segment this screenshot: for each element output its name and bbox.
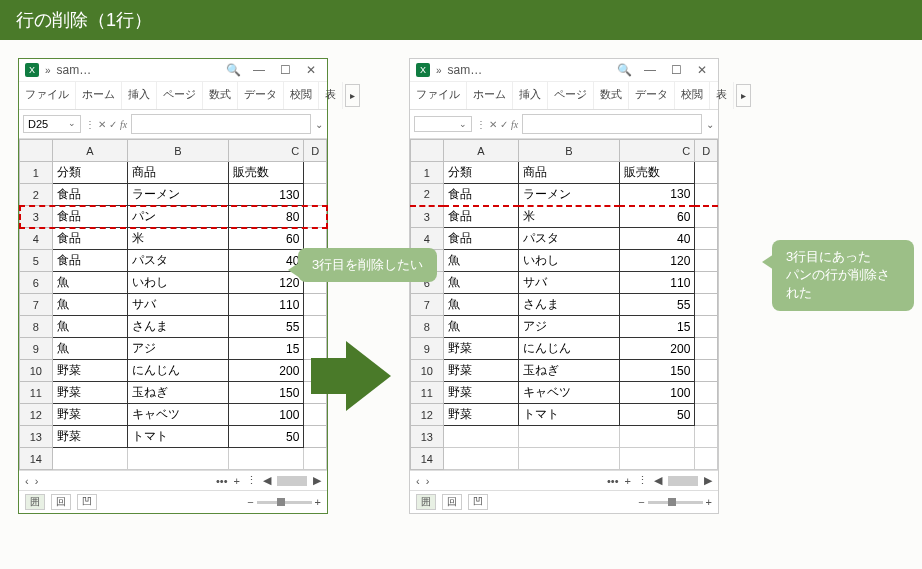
table-row[interactable]: 13野菜トマト50 (20, 426, 327, 448)
table-row[interactable]: 5魚いわし120 (411, 250, 718, 272)
table-row[interactable]: 10野菜にんじん200 (20, 360, 327, 382)
maximize-button[interactable]: ☐ (275, 63, 295, 77)
grid-after[interactable]: ABCD1分類商品販売数2食品ラーメン1303食品米604食品パスタ405魚いわ… (410, 139, 718, 470)
maximize-button[interactable]: ☐ (666, 63, 686, 77)
zoom-slider[interactable] (648, 501, 703, 504)
view-break-icon[interactable]: 凹 (468, 494, 488, 510)
sheet-dots-icon[interactable]: ••• (216, 475, 228, 487)
fx-cancel-icon[interactable]: ✕ (98, 119, 106, 130)
sheet-nav-left[interactable]: ‹ (416, 475, 420, 487)
close-button[interactable]: ✕ (692, 63, 712, 77)
table-row[interactable]: 12野菜トマト50 (411, 404, 718, 426)
sheet-dots-icon[interactable]: ••• (607, 475, 619, 487)
tab-data[interactable]: データ (629, 82, 675, 109)
table-row[interactable]: 2食品ラーメン130 (411, 184, 718, 206)
tab-page[interactable]: ページ (548, 82, 594, 109)
tabs-overflow[interactable]: ▸ (345, 84, 360, 107)
tab-formula[interactable]: 数式 (594, 82, 629, 109)
formula-drop-icon[interactable]: ⌄ (315, 119, 323, 130)
close-button[interactable]: ✕ (301, 63, 321, 77)
hscroll-right[interactable]: ▶ (313, 474, 321, 487)
view-break-icon[interactable]: 凹 (77, 494, 97, 510)
tab-review[interactable]: 校閲 (284, 82, 319, 109)
view-layout-icon[interactable]: 回 (442, 494, 462, 510)
table-row[interactable]: 11野菜玉ねぎ150 (20, 382, 327, 404)
tab-view[interactable]: 表 (319, 82, 343, 109)
sheet-nav-right[interactable]: › (35, 475, 39, 487)
table-row[interactable]: 4食品米60 (20, 228, 327, 250)
hscroll-left[interactable]: ◀ (654, 474, 662, 487)
tab-data[interactable]: データ (238, 82, 284, 109)
formula-drop-icon[interactable]: ⌄ (706, 119, 714, 130)
table-row[interactable]: 14 (411, 448, 718, 470)
view-normal-icon[interactable]: 囲 (416, 494, 436, 510)
col-header[interactable]: D (304, 140, 327, 162)
tabs-overflow[interactable]: ▸ (736, 84, 751, 107)
view-normal-icon[interactable]: 囲 (25, 494, 45, 510)
hscroll-right[interactable]: ▶ (704, 474, 712, 487)
tab-home[interactable]: ホーム (76, 82, 122, 109)
fx-icon[interactable]: fx (511, 119, 518, 130)
table-row[interactable]: 10野菜玉ねぎ150 (411, 360, 718, 382)
col-header[interactable]: D (695, 140, 718, 162)
sheet-nav-left[interactable]: ‹ (25, 475, 29, 487)
grid-before[interactable]: ABCD1分類商品販売数2食品ラーメン1303食品パン804食品米605食品パス… (19, 139, 327, 470)
tab-file[interactable]: ファイル (19, 82, 76, 109)
zoom-in-button[interactable]: + (315, 496, 321, 508)
table-row[interactable]: 6魚いわし120 (20, 272, 327, 294)
table-row[interactable]: 3食品米60 (411, 206, 718, 228)
zoom-slider[interactable] (257, 501, 312, 504)
name-box[interactable]: D25⌄ (23, 115, 81, 133)
table-row[interactable]: 8魚さんま55 (20, 316, 327, 338)
zoom-out-button[interactable]: − (247, 496, 253, 508)
tab-formula[interactable]: 数式 (203, 82, 238, 109)
fx-icon[interactable]: fx (120, 119, 127, 130)
hscroll-thumb[interactable] (277, 476, 307, 486)
sheet-add-icon[interactable]: + (234, 475, 240, 487)
zoom-out-button[interactable]: − (638, 496, 644, 508)
name-box[interactable]: ⌄ (414, 116, 472, 132)
hscroll-thumb[interactable] (668, 476, 698, 486)
search-icon[interactable]: 🔍 (614, 63, 634, 77)
table-row[interactable]: 14 (20, 448, 327, 470)
table-row[interactable]: 7魚さんま55 (411, 294, 718, 316)
col-header[interactable]: C (619, 140, 694, 162)
table-row[interactable]: 4食品パスタ40 (411, 228, 718, 250)
fx-ok-icon[interactable]: ✓ (109, 119, 117, 130)
zoom-in-button[interactable]: + (706, 496, 712, 508)
table-row[interactable]: 3食品パン80 (20, 206, 327, 228)
search-icon[interactable]: 🔍 (223, 63, 243, 77)
col-header[interactable]: A (443, 140, 518, 162)
fx-cancel-icon[interactable]: ✕ (489, 119, 497, 130)
minimize-button[interactable]: — (640, 63, 660, 77)
formula-bar-input[interactable] (131, 114, 311, 134)
tab-insert[interactable]: 挿入 (513, 82, 548, 109)
table-row[interactable]: 9魚アジ15 (20, 338, 327, 360)
table-row[interactable]: 1分類商品販売数 (411, 162, 718, 184)
col-header[interactable]: C (228, 140, 303, 162)
formula-bar-input[interactable] (522, 114, 702, 134)
sheet-nav-right[interactable]: › (426, 475, 430, 487)
hscroll-left[interactable]: ◀ (263, 474, 271, 487)
tab-review[interactable]: 校閲 (675, 82, 710, 109)
tab-file[interactable]: ファイル (410, 82, 467, 109)
table-row[interactable]: 1分類商品販売数 (20, 162, 327, 184)
table-row[interactable]: 11野菜キャベツ100 (411, 382, 718, 404)
table-row[interactable]: 13 (411, 426, 718, 448)
table-row[interactable]: 7魚サバ110 (20, 294, 327, 316)
sheet-add-icon[interactable]: + (625, 475, 631, 487)
table-row[interactable]: 2食品ラーメン130 (20, 184, 327, 206)
tab-view[interactable]: 表 (710, 82, 734, 109)
table-row[interactable]: 12野菜キャベツ100 (20, 404, 327, 426)
minimize-button[interactable]: — (249, 63, 269, 77)
col-header[interactable]: A (52, 140, 127, 162)
table-row[interactable]: 5食品パスタ40 (20, 250, 327, 272)
tab-home[interactable]: ホーム (467, 82, 513, 109)
view-layout-icon[interactable]: 回 (51, 494, 71, 510)
col-header[interactable]: B (128, 140, 229, 162)
tab-page[interactable]: ページ (157, 82, 203, 109)
table-row[interactable]: 6魚サバ110 (411, 272, 718, 294)
tab-insert[interactable]: 挿入 (122, 82, 157, 109)
col-header[interactable]: B (519, 140, 620, 162)
table-row[interactable]: 8魚アジ15 (411, 316, 718, 338)
